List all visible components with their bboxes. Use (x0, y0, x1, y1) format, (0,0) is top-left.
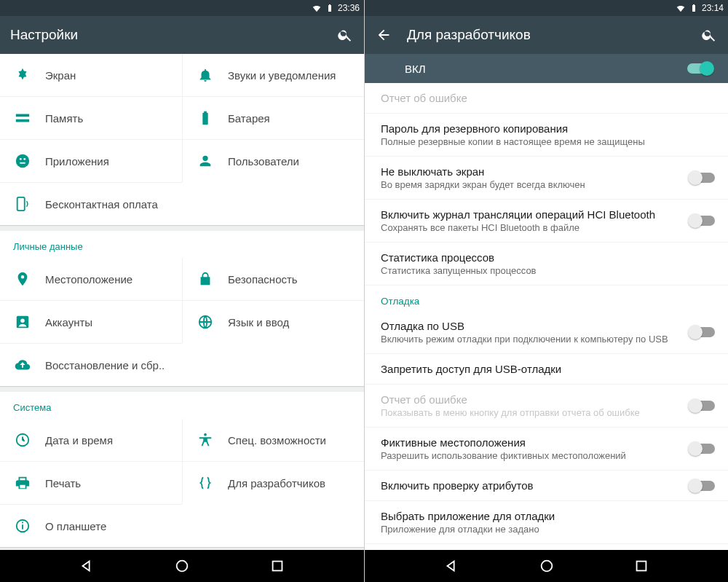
search-button[interactable] (336, 26, 354, 44)
print-icon (15, 475, 31, 491)
status-bar: 23:36 (0, 0, 364, 16)
battery-icon (689, 3, 699, 13)
location-icon (15, 271, 31, 287)
toggle-switch[interactable] (690, 216, 715, 226)
apps-icon (15, 153, 31, 169)
nav-back-button[interactable] (443, 557, 460, 575)
tile-datetime[interactable]: Дата и время (0, 419, 182, 461)
tile-developer[interactable]: Для разработчиков (182, 461, 364, 504)
status-time: 23:14 (702, 3, 724, 13)
list-item[interactable]: Пароль для резервного копированияПолные … (365, 114, 728, 157)
section-0: Экран Звуки и уведомления Память Батарея… (0, 54, 364, 225)
nav-back-button[interactable] (78, 557, 95, 575)
list-item[interactable]: Выбрать приложение для отладкиПриложение… (365, 501, 728, 544)
master-switch[interactable] (687, 63, 712, 74)
app-bar: Для разработчиков (365, 16, 728, 54)
list-item[interactable]: Фиктивные местоположенияРазрешить исполь… (365, 428, 728, 471)
tile-about[interactable]: О планшете (0, 504, 182, 547)
battery-icon (325, 3, 335, 13)
globe-icon (197, 314, 213, 330)
accessibility-icon (197, 432, 213, 448)
item-subtitle: Во время зарядки экран будет всегда вклю… (381, 179, 683, 190)
bell-icon (197, 67, 213, 83)
backup-icon (15, 357, 31, 373)
tile-display[interactable]: Экран (0, 54, 182, 96)
list-item[interactable]: Не выключать экранВо время зарядки экран… (365, 157, 728, 200)
account-icon (15, 314, 31, 330)
tile-security[interactable]: Безопасность (182, 258, 364, 300)
master-switch-row[interactable]: ВКЛ (365, 54, 728, 83)
lock-icon (197, 271, 213, 287)
list-item[interactable]: Включить журнал трансляции операций HCI … (365, 200, 728, 243)
section-system: Система Дата и время Спец. возможности П… (0, 392, 364, 547)
tile-location[interactable]: Местоположение (0, 258, 182, 300)
tile-accounts[interactable]: Аккаунты (0, 300, 182, 343)
nav-recent-button[interactable] (269, 557, 286, 575)
braces-icon (197, 475, 213, 491)
info-icon (15, 518, 31, 534)
item-title: Отчет об ошибке (381, 92, 715, 104)
tile-apps[interactable]: Приложения (0, 139, 182, 182)
item-title: Не выключать экран (381, 165, 683, 178)
nav-bar (365, 550, 728, 582)
clock-icon (15, 432, 31, 448)
wifi-icon (676, 3, 686, 13)
settings-body: Экран Звуки и уведомления Память Батарея… (0, 54, 364, 550)
toggle-switch[interactable] (690, 173, 715, 183)
wifi-icon (312, 3, 322, 13)
back-button[interactable] (375, 26, 392, 44)
item-subtitle: Включить режим отладки при подключении к… (381, 334, 683, 345)
tile-memory[interactable]: Память (0, 96, 182, 139)
users-icon (197, 153, 213, 169)
item-title: Запретить доступ для USB-отладки (381, 363, 715, 375)
item-subtitle: Показывать в меню кнопку для отправки от… (381, 407, 683, 418)
display-icon (15, 67, 31, 83)
status-time: 23:36 (338, 3, 360, 13)
item-subtitle: Статистика запущенных процессов (381, 265, 715, 276)
item-title: Включить проверку атрибутов (381, 479, 683, 492)
toggle-switch[interactable] (690, 444, 715, 454)
developer-list: Отчет об ошибкеПароль для резервного коп… (365, 83, 728, 550)
item-subtitle: Приложение для отладки не задано (381, 524, 715, 535)
tile-language[interactable]: Язык и ввод (182, 300, 364, 343)
battery-full-icon (197, 110, 213, 126)
subheader-debug: Отладка (365, 286, 728, 311)
section-personal: Личные данные Местоположение Безопасност… (0, 231, 364, 386)
search-button[interactable] (700, 26, 718, 44)
item-subtitle: Полные резервные копии в настоящее время… (381, 136, 715, 147)
list-item: Отчет об ошибке (365, 83, 728, 114)
nfc-icon (15, 196, 31, 212)
tile-battery[interactable]: Батарея (182, 96, 364, 139)
tile-sound[interactable]: Звуки и уведомления (182, 54, 364, 96)
app-bar: Настройки (0, 16, 364, 54)
toggle-switch[interactable] (690, 481, 715, 491)
item-title: Отладка по USB (381, 320, 683, 332)
list-item[interactable]: Запретить доступ для USB-отладки (365, 354, 728, 385)
nav-bar (0, 550, 364, 582)
toggle-switch[interactable] (690, 327, 715, 337)
storage-icon (15, 110, 31, 126)
item-title: Выбрать приложение для отладки (381, 510, 715, 522)
item-subtitle: Сохранять все пакеты HCI Bluetooth в фай… (381, 222, 683, 233)
tile-print[interactable]: Печать (0, 461, 182, 504)
tile-nfc[interactable]: Бесконтактная оплата (0, 182, 182, 225)
item-title: Включить журнал трансляции операций HCI … (381, 208, 683, 221)
item-title: Пароль для резервного копирования (381, 122, 715, 135)
tile-users[interactable]: Пользователи (182, 139, 364, 182)
list-item[interactable]: Статистика процессовСтатистика запущенны… (365, 243, 728, 286)
section-header: Личные данные (0, 231, 364, 258)
status-bar: 23:14 (365, 0, 728, 16)
nav-home-button[interactable] (173, 557, 191, 575)
nav-home-button[interactable] (538, 557, 555, 575)
tile-accessibility[interactable]: Спец. возможности (182, 419, 364, 461)
nav-recent-button[interactable] (633, 557, 650, 575)
developer-options-screen: 23:14 Для разработчиков ВКЛ Отчет об оши… (364, 0, 728, 582)
page-title: Для разработчиков (407, 27, 686, 43)
section-header: Система (0, 392, 364, 419)
item-title: Отчет об ошибке (381, 393, 683, 406)
list-item[interactable]: Отладка по USBВключить режим отладки при… (365, 311, 728, 354)
item-title: Фиктивные местоположения (381, 436, 683, 449)
toggle-switch (690, 401, 715, 411)
list-item[interactable]: Включить проверку атрибутов (365, 471, 728, 501)
tile-backup[interactable]: Восстановление и сбр.. (0, 343, 182, 386)
